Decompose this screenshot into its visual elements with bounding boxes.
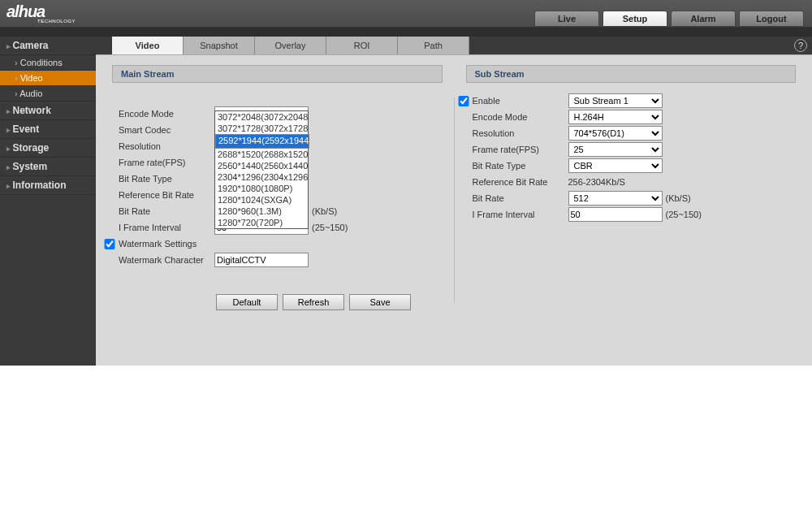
sub-stream-title: Sub Stream [466,65,797,83]
sidebar-item-video[interactable]: Video [0,71,96,86]
resolution-label: Resolution [119,141,214,151]
sub-encode-mode-label: Encode Mode [473,112,568,122]
enable-select[interactable]: Sub Stream 1 [568,93,663,108]
save-button[interactable]: Save [349,294,411,310]
bitrate-type-label: Bit Rate Type [119,174,214,184]
resolution-dropdown[interactable]: 3072*2048(3072x2048) 3072*1728(3072x1728… [214,110,309,229]
main-content: Video Snapshot Overlay ROI Path ? Main S… [96,37,812,366]
main-stream-panel: Main Stream Encode Mode H.265 Smart Code… [112,65,443,310]
sub-resolution-label: Resolution [473,128,568,138]
resolution-option[interactable]: 2688*1520(2688x1520) [215,149,308,160]
tab-roi[interactable]: ROI [326,37,398,54]
help-icon[interactable]: ? [794,39,807,52]
nav-alarm[interactable]: Alarm [671,11,736,27]
sub-ref-bitrate-value: 256-2304Kb/S [568,177,625,187]
sub-bitrate-type-label: Bit Rate Type [473,161,568,171]
sub-bitrate-type-select[interactable]: CBR [568,158,663,173]
refresh-button[interactable]: Refresh [283,294,344,310]
bitrate-label: Bit Rate [119,206,214,216]
sub-stream-panel: Sub Stream Enable Sub Stream 1 Encode Mo… [466,65,797,310]
tab-path[interactable]: Path [398,37,469,54]
brand-logo: alhua TECHNOLOGY [0,0,97,27]
tab-row: Video Snapshot Overlay ROI Path [96,37,812,55]
sub-bitrate-unit: (Kb/S) [666,193,691,203]
watermark-char-label: Watermark Character [119,255,214,265]
subheader-strip [0,28,812,37]
nav-setup[interactable]: Setup [603,11,667,27]
enable-checkbox[interactable] [458,96,469,106]
smart-codec-label: Smart Codec [119,125,214,135]
nav-logout[interactable]: Logout [739,11,804,27]
resolution-option[interactable]: 2304*1296(2304x1296) [215,171,308,183]
bitrate-unit: (Kb/S) [312,206,337,216]
sidebar-item-conditions[interactable]: Conditions [0,55,96,71]
sub-encode-mode-select[interactable]: H.264H [568,110,663,124]
sidebar-section-information[interactable]: Information [0,176,96,195]
enable-label: Enable [473,96,568,106]
sub-iframe-input[interactable] [568,207,663,222]
sub-iframe-label: I Frame Interval [473,210,568,219]
resolution-option[interactable]: 3072*2048(3072x2048) [215,111,308,123]
sidebar-section-event[interactable]: Event [0,120,96,139]
sub-frame-rate-label: Frame rate(FPS) [473,145,568,154]
app-header: alhua TECHNOLOGY Live Setup Alarm Logout [0,0,812,28]
sub-bitrate-label: Bit Rate [473,193,568,203]
nav-live[interactable]: Live [534,11,599,27]
resolution-option-selected[interactable]: 2592*1944(2592x1944) [215,134,309,149]
sub-resolution-select[interactable]: 704*576(D1) [568,126,663,141]
sidebar-section-network[interactable]: Network [0,102,96,120]
watermark-label: Watermark Settings [119,239,214,249]
sidebar: Camera Conditions Video Audio Network Ev… [0,37,96,366]
tab-video[interactable]: Video [112,37,184,54]
tab-snapshot[interactable]: Snapshot [184,37,255,54]
resolution-option[interactable]: 1280*1024(SXGA) [215,194,308,206]
watermark-checkbox[interactable] [104,239,115,249]
resolution-option[interactable]: 1280*720(720P) [215,217,308,228]
watermark-char-input[interactable] [214,253,309,267]
frame-rate-label: Frame rate(FPS) [119,158,214,167]
logo-subtext: TECHNOLOGY [37,19,97,24]
sub-ref-bitrate-label: Reference Bit Rate [473,177,568,187]
sidebar-item-audio[interactable]: Audio [0,86,96,102]
resolution-option[interactable]: 1280*960(1.3M) [215,206,308,217]
main-stream-title: Main Stream [112,65,443,83]
resolution-option[interactable]: 3072*1728(3072x1728) [215,123,308,134]
sidebar-section-storage[interactable]: Storage [0,139,96,158]
sidebar-section-camera[interactable]: Camera [0,37,96,55]
resolution-option[interactable]: 2560*1440(2560x1440) [215,160,308,171]
sidebar-section-system[interactable]: System [0,158,96,176]
iframe-label: I Frame Interval [119,223,214,232]
default-button[interactable]: Default [216,294,278,310]
iframe-range: (25~150) [312,223,348,232]
sub-bitrate-select[interactable]: 512 [568,191,663,206]
encode-mode-label: Encode Mode [119,109,214,119]
tab-overlay[interactable]: Overlay [255,37,326,54]
resolution-option[interactable]: 1920*1080(1080P) [215,183,308,194]
sub-frame-rate-select[interactable]: 25 [568,142,663,157]
reference-bitrate-label: Reference Bit Rate [119,190,214,200]
sub-iframe-range: (25~150) [666,210,702,219]
